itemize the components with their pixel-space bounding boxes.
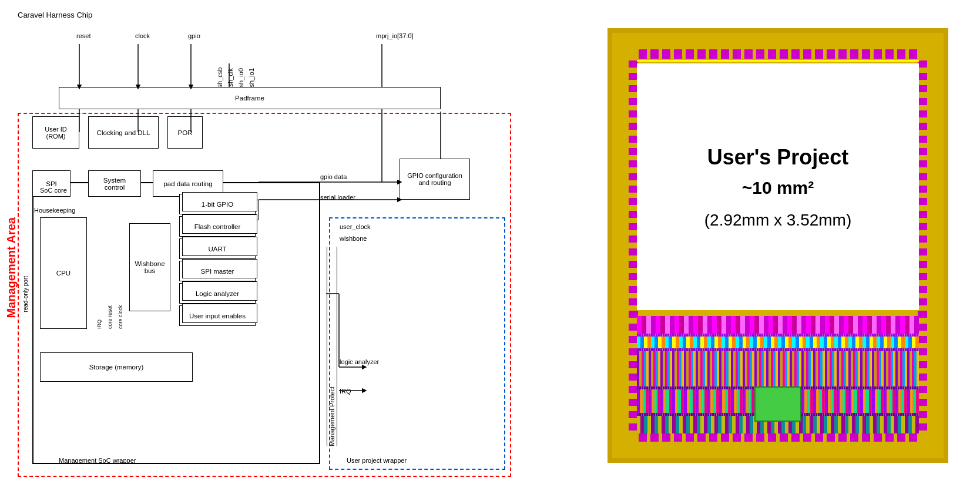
readonly-port-label: read-only port xyxy=(22,276,29,312)
pad-unit xyxy=(918,123,927,130)
pad-unit xyxy=(918,361,927,368)
pad-unit xyxy=(815,49,823,59)
pad-unit xyxy=(709,49,717,59)
uart-box: UART xyxy=(179,238,256,259)
pad-unit xyxy=(780,432,788,442)
pad-unit xyxy=(897,432,905,442)
pad-unit xyxy=(733,49,741,59)
irq-output-label: IRQ xyxy=(340,388,351,395)
pad-unit xyxy=(850,432,858,442)
pad-unit xyxy=(662,432,670,442)
chip-project-title: User's Project xyxy=(707,144,849,171)
chip-container: User's Project ~10 mm² (2.92mm x 3.52mm) xyxy=(608,28,948,463)
pad-unit xyxy=(768,432,776,442)
pad-unit xyxy=(885,432,894,442)
metal-layer-band-1 xyxy=(637,316,919,334)
pad-unit xyxy=(850,49,858,59)
pad-unit xyxy=(918,211,927,218)
pad-unit xyxy=(918,399,927,406)
pad-unit xyxy=(838,49,847,59)
pad-unit xyxy=(721,432,729,442)
pad-unit xyxy=(918,423,927,431)
core-reset-label: core reset xyxy=(106,217,114,329)
pad-unit xyxy=(918,236,927,243)
core-clock-label: core clock xyxy=(116,217,125,329)
por-box: POR xyxy=(167,116,203,149)
gpio-data-label: gpio data xyxy=(320,173,347,180)
logic-analyzer-output-label: logic analyzer xyxy=(340,358,379,365)
pad-unit xyxy=(827,49,835,59)
chip-size-mm2: ~10 mm² xyxy=(742,176,814,199)
pad-array-top xyxy=(637,48,919,60)
serial-loader-label: serial loader xyxy=(320,194,355,201)
logic-analyzer-box: Logic analyzer xyxy=(179,283,256,304)
pad-unit xyxy=(827,432,835,442)
padframe-box: Padframe xyxy=(59,87,441,109)
spi-master-box: SPI master xyxy=(179,261,256,281)
pad-unit xyxy=(918,411,927,418)
pad-unit xyxy=(756,49,764,59)
pad-unit xyxy=(918,336,927,343)
one-bit-gpio-box: 1-bit GPIO xyxy=(179,194,256,214)
management-area-label: Management Area xyxy=(5,217,18,318)
user-project-border xyxy=(329,217,505,470)
pad-unit xyxy=(918,73,927,80)
pad-unit xyxy=(918,160,927,167)
pad-unit xyxy=(918,248,927,255)
pad-unit xyxy=(686,49,694,59)
pad-unit xyxy=(918,60,927,68)
pad-unit xyxy=(815,432,823,442)
pad-unit xyxy=(674,432,682,442)
pad-unit xyxy=(918,110,927,117)
storage-box: Storage (memory) xyxy=(40,352,193,382)
pad-unit xyxy=(697,432,706,442)
pad-unit xyxy=(918,85,927,92)
block-diagram: Caravel Harness Chip reset clock gpio fl… xyxy=(0,0,576,491)
pad-unit xyxy=(897,49,905,59)
gpio-signal: gpio xyxy=(188,32,200,39)
pad-unit xyxy=(918,173,927,180)
mgmt-soc-wrapper-label: Management SoC wrapper xyxy=(59,457,136,464)
pad-unit xyxy=(918,298,927,305)
pad-unit xyxy=(791,432,800,442)
irq-label: IRQ xyxy=(95,217,103,329)
pad-unit xyxy=(803,49,811,59)
cpu-box: CPU xyxy=(40,217,87,329)
mprj-io-signal: mprj_io[37:0] xyxy=(376,32,414,39)
pad-unit xyxy=(862,49,870,59)
pad-unit xyxy=(918,273,927,280)
housekeeping-label: Housekeeping xyxy=(34,207,75,214)
pad-unit xyxy=(803,432,811,442)
pad-unit xyxy=(662,49,670,59)
pad-unit xyxy=(744,432,753,442)
pad-unit xyxy=(639,432,647,442)
pad-unit xyxy=(909,432,917,442)
pad-unit xyxy=(756,432,764,442)
flash-controller-box: Flash controller xyxy=(179,216,256,237)
pad-unit xyxy=(697,49,706,59)
pad-unit xyxy=(918,223,927,230)
clocking-dll-box: Clocking and DLL xyxy=(88,116,159,149)
reset-signal: reset xyxy=(76,32,90,39)
wishbone-bus-box: Wishbonebus xyxy=(129,223,170,311)
metal-layer-band-3 xyxy=(637,351,919,386)
chip-image-area: User's Project ~10 mm² (2.92mm x 3.52mm) xyxy=(576,0,980,491)
pad-unit xyxy=(791,49,800,59)
user-id-box: User ID(ROM) xyxy=(32,116,79,149)
wishbone-label: wishbone xyxy=(340,235,367,242)
chip-green-box xyxy=(754,386,801,422)
pad-unit xyxy=(918,311,927,318)
pad-unit xyxy=(674,49,682,59)
management-protect-label: Management Protect xyxy=(327,247,337,446)
pad-unit xyxy=(918,198,927,205)
gpio-config-box: GPIO configurationand routing xyxy=(400,159,470,200)
chip-white-area: User's Project ~10 mm² (2.92mm x 3.52mm) xyxy=(637,63,919,310)
user-project-wrapper-label: User project wrapper xyxy=(347,457,407,464)
pad-unit xyxy=(874,432,882,442)
pad-unit xyxy=(918,186,927,193)
pad-unit xyxy=(918,286,927,293)
user-input-enables-box: User input enables xyxy=(179,305,256,326)
pad-unit xyxy=(650,49,659,59)
pad-unit xyxy=(918,374,927,381)
pad-unit xyxy=(918,386,927,393)
